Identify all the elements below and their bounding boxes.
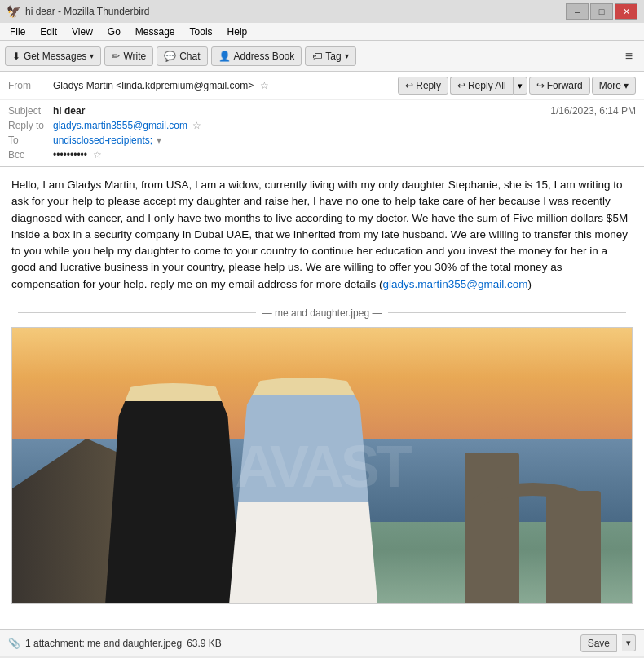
save-dropdown[interactable]: ▾ [622, 634, 636, 651]
inline-image: AVAST [11, 327, 633, 604]
toolbar: ⬇ Get Messages ▾ ✏ Write 💬 Chat 👤 Addres… [0, 41, 644, 72]
hamburger-menu[interactable]: ≡ [619, 46, 639, 67]
photo-arch-top [465, 483, 601, 544]
to-dropdown-icon[interactable]: ▾ [157, 135, 161, 146]
menu-go[interactable]: Go [101, 24, 127, 39]
menu-message[interactable]: Message [129, 24, 182, 39]
reply-all-button[interactable]: ↩ Reply All [450, 77, 513, 95]
app-icon: 🦅 [7, 5, 20, 18]
bcc-star[interactable]: ☆ [93, 149, 102, 161]
titlebar: 🦅 hi dear - Mozilla Thunderbird – □ ✕ [0, 0, 644, 23]
email-date: 1/16/2023, 6:14 PM [550, 105, 636, 117]
address-book-icon: 👤 [218, 51, 231, 62]
photo-arch [465, 453, 601, 604]
star-icon[interactable]: ☆ [260, 80, 269, 91]
email-body: Hello, I am Gladys Martin, from USA, I a… [0, 167, 644, 629]
attachment-size: 63.9 KB [187, 638, 222, 649]
from-value: Gladys Martin <linda.kdpremium@gmail.com… [53, 80, 398, 91]
reply-icon: ↩ [405, 80, 413, 91]
menu-file[interactable]: File [3, 24, 32, 39]
attachment-separator: — me and daughter.jpeg — [11, 306, 633, 320]
to-value: undisclosed-recipients; ▾ [53, 135, 636, 146]
to-label: To [8, 135, 53, 146]
write-button[interactable]: ✏ Write [104, 46, 153, 66]
photo-person1 [105, 383, 241, 604]
photo-person2 [229, 378, 377, 604]
menu-edit[interactable]: Edit [33, 24, 64, 39]
email-from-row: From Gladys Martin <linda.kdpremium@gmai… [0, 72, 644, 100]
menu-view[interactable]: View [65, 24, 99, 39]
from-label: From [8, 80, 53, 91]
get-messages-icon: ⬇ [12, 51, 20, 62]
write-icon: ✏ [112, 51, 120, 62]
reply-to-email[interactable]: gladys.martin3555@gmail.com [53, 120, 187, 131]
bcc-value: •••••••••• ☆ [53, 149, 636, 161]
reply-buttons: ↩ Reply ↩ Reply All ▾ ↪ Forward More ▾ [398, 77, 636, 95]
more-button[interactable]: More ▾ [592, 77, 636, 95]
close-button[interactable]: ✕ [615, 3, 637, 20]
window-title: hi dear - Mozilla Thunderbird [25, 6, 566, 17]
attachment-bar: 📎 1 attachment: me and daughter.jpeg 63.… [0, 629, 644, 656]
tag-dropdown-arrow[interactable]: ▾ [345, 51, 349, 60]
reply-button[interactable]: ↩ Reply [398, 77, 448, 95]
minimize-button[interactable]: – [566, 3, 589, 20]
bcc-label: Bcc [8, 149, 53, 161]
forward-button[interactable]: ↪ Forward [529, 77, 590, 95]
reply-to-row: Reply to gladys.martin3555@gmail.com ☆ [8, 118, 636, 133]
menu-tools[interactable]: Tools [183, 24, 219, 39]
email-header: From Gladys Martin <linda.kdpremium@gmai… [0, 72, 644, 167]
window-controls: – □ ✕ [566, 3, 637, 20]
forward-icon: ↪ [536, 80, 545, 91]
email-body-text: Hello, I am Gladys Martin, from USA, I a… [11, 177, 633, 293]
tag-button[interactable]: 🏷 Tag ▾ [305, 46, 355, 66]
bcc-row: Bcc •••••••••• ☆ [8, 148, 636, 162]
menu-help[interactable]: Help [221, 24, 254, 39]
maximize-button[interactable]: □ [590, 3, 613, 20]
chat-icon: 💬 [164, 51, 176, 62]
paperclip-icon: 📎 [8, 638, 20, 649]
reply-to-value: gladys.martin3555@gmail.com ☆ [53, 120, 636, 131]
to-row: To undisclosed-recipients; ▾ [8, 133, 636, 148]
chat-button[interactable]: 💬 Chat [157, 46, 207, 66]
email-body-link[interactable]: gladys.martin355@gmail.com [382, 278, 527, 290]
reply-to-star[interactable]: ☆ [192, 120, 201, 131]
photo-scene: AVAST [12, 328, 632, 604]
more-dropdown-arrow: ▾ [624, 80, 629, 91]
save-button[interactable]: Save [580, 634, 617, 652]
menubar: File Edit View Go Message Tools Help [0, 23, 644, 41]
subject-label: Subject [8, 105, 53, 117]
attachment-count: 1 attachment: me and daughter.jpeg [25, 638, 182, 649]
reply-all-icon: ↩ [457, 80, 465, 91]
subject-value: hi dear [53, 105, 550, 117]
tag-icon: 🏷 [312, 51, 322, 62]
reply-all-group: ↩ Reply All ▾ [450, 77, 527, 95]
get-messages-button[interactable]: ⬇ Get Messages ▾ [5, 46, 101, 66]
to-recipients[interactable]: undisclosed-recipients; [53, 135, 152, 146]
reply-to-label: Reply to [8, 120, 53, 131]
address-book-button[interactable]: 👤 Address Book [211, 46, 302, 66]
get-messages-dropdown-arrow[interactable]: ▾ [90, 51, 94, 60]
subject-row: Subject hi dear 1/16/2023, 6:14 PM [8, 104, 636, 118]
email-meta: Subject hi dear 1/16/2023, 6:14 PM Reply… [0, 100, 644, 166]
reply-all-dropdown[interactable]: ▾ [513, 77, 527, 95]
